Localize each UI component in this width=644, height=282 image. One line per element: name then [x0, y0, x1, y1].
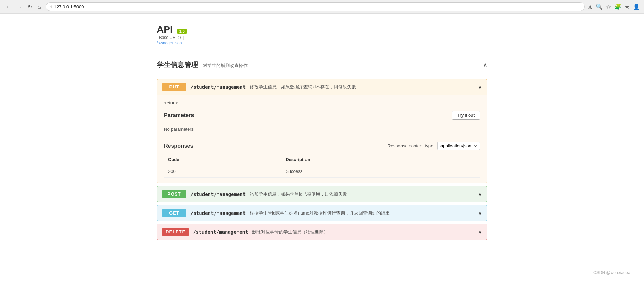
- responses-title: Responses: [164, 143, 193, 149]
- zoom-icon[interactable]: 🔍: [596, 3, 603, 10]
- api-title: API: [157, 24, 173, 35]
- endpoint-post-header-left: POST /student/management 添加学生信息，如果学号id已被…: [162, 190, 478, 198]
- post-path: /student/management: [190, 191, 246, 197]
- delete-path: /student/management: [193, 229, 248, 235]
- post-summary: 添加学生信息，如果学号id已被使用，则添加失败: [250, 191, 347, 197]
- endpoint-delete: DELETE /student/management 删除对应学号的学生信息（物…: [157, 224, 487, 240]
- endpoint-put: PUT /student/management 修改学生信息，如果数据库查询id…: [157, 79, 487, 183]
- get-path: /student/management: [190, 210, 246, 216]
- delete-summary: 删除对应学号的学生信息（物理删除）: [252, 229, 328, 235]
- address-icon: ℹ: [50, 4, 52, 9]
- favorites-icon[interactable]: ☆: [606, 3, 611, 10]
- responses-section: Responses Response content type applicat…: [164, 142, 480, 178]
- footer: CSDN @wenxiaoba: [586, 267, 637, 279]
- swagger-link[interactable]: /swagger.json: [157, 41, 182, 45]
- base-url: [ Base URL: / ]: [157, 35, 187, 40]
- collections-icon[interactable]: ★: [625, 3, 630, 10]
- back-button[interactable]: ←: [4, 3, 12, 11]
- post-method-badge: POST: [162, 190, 186, 198]
- browser-actions: 𝐀 🔍 ☆ 🧩 ★ 👤: [588, 3, 640, 10]
- parameters-header: Parameters Try it out: [164, 111, 480, 120]
- put-path: /student/management: [190, 84, 246, 90]
- responses-table-header-row: Code Description: [164, 154, 480, 165]
- put-summary: 修改学生信息，如果数据库查询id不存在，则修改失败: [250, 84, 356, 90]
- read-mode-icon[interactable]: 𝐀: [588, 4, 592, 10]
- section-title: 学生信息管理: [157, 61, 198, 69]
- endpoint-put-header[interactable]: PUT /student/management 修改学生信息，如果数据库查询id…: [157, 79, 487, 95]
- section-title-group: 学生信息管理 对学生的增删改查操作: [157, 60, 248, 70]
- delete-method-badge: DELETE: [162, 228, 189, 236]
- get-method-badge: GET: [162, 209, 186, 217]
- refresh-button[interactable]: ↻: [26, 3, 33, 11]
- endpoint-delete-header-left: DELETE /student/management 删除对应学号的学生信息（物…: [162, 228, 478, 236]
- section-collapse-icon[interactable]: ∧: [483, 61, 487, 69]
- try-it-out-button[interactable]: Try it out: [452, 111, 480, 120]
- endpoint-get-header-left: GET /student/management 根据学生号id或学生姓名name…: [162, 209, 478, 217]
- responses-header: Responses Response content type applicat…: [164, 142, 480, 150]
- endpoint-get-header[interactable]: GET /student/management 根据学生号id或学生姓名name…: [157, 205, 487, 221]
- page-content: API 1.0 [ Base URL: / ] /swagger.json 学生…: [0, 14, 644, 282]
- endpoint-post-header[interactable]: POST /student/management 添加学生信息，如果学号id已被…: [157, 186, 487, 202]
- put-return-text: :return:: [164, 100, 480, 105]
- swagger-container: API 1.0 [ Base URL: / ] /swagger.json 学生…: [150, 24, 494, 240]
- table-row: 200 Success: [164, 165, 480, 178]
- post-chevron-icon[interactable]: ∨: [478, 191, 482, 197]
- put-chevron-icon[interactable]: ∧: [478, 84, 482, 90]
- extensions-icon[interactable]: 🧩: [614, 3, 621, 10]
- browser-bar: ← → ↻ ⌂ ℹ 127.0.0.1:5000 𝐀 🔍 ☆ 🧩 ★ 👤: [0, 0, 644, 14]
- api-header-row: API 1.0: [157, 24, 187, 35]
- profile-icon[interactable]: 👤: [633, 3, 640, 10]
- endpoint-get: GET /student/management 根据学生号id或学生姓名name…: [157, 205, 487, 221]
- endpoint-put-expanded: :return: Parameters Try it out No parame…: [157, 95, 487, 183]
- section-header: 学生信息管理 对学生的增删改查操作 ∧: [157, 56, 487, 74]
- home-button[interactable]: ⌂: [36, 3, 42, 11]
- api-header: API 1.0 [ Base URL: / ] /swagger.json: [157, 24, 487, 45]
- content-type-select[interactable]: application/json: [437, 142, 480, 150]
- response-description: Success: [281, 165, 480, 178]
- description-header: Description: [281, 154, 480, 165]
- delete-chevron-icon[interactable]: ∨: [478, 229, 482, 235]
- endpoint-delete-header[interactable]: DELETE /student/management 删除对应学号的学生信息（物…: [157, 224, 487, 240]
- code-header: Code: [164, 154, 281, 165]
- put-method-badge: PUT: [162, 83, 186, 91]
- parameters-section: Parameters Try it out No parameters: [164, 111, 480, 135]
- endpoint-post: POST /student/management 添加学生信息，如果学号id已被…: [157, 186, 487, 202]
- section-desc: 对学生的增删改查操作: [203, 63, 248, 68]
- api-version-badge: 1.0: [177, 29, 187, 34]
- parameters-title: Parameters: [164, 112, 194, 118]
- content-type-label: Response content type: [387, 143, 433, 148]
- address-bar[interactable]: ℹ 127.0.0.1:5000: [46, 2, 585, 11]
- forward-button[interactable]: →: [15, 3, 23, 11]
- address-text: 127.0.0.1:5000: [54, 4, 84, 9]
- browser-controls: ← → ↻ ⌂: [4, 3, 42, 11]
- no-parameters-text: No parameters: [164, 124, 480, 135]
- get-chevron-icon[interactable]: ∨: [478, 210, 482, 216]
- api-title-group: API 1.0 [ Base URL: / ] /swagger.json: [157, 24, 187, 45]
- get-summary: 根据学生号id或学生姓名name对数据库进行查询，并返回查询到的结果: [250, 210, 390, 216]
- response-code: 200: [164, 165, 281, 178]
- endpoint-put-header-left: PUT /student/management 修改学生信息，如果数据库查询id…: [162, 83, 478, 91]
- content-type-group: Response content type application/json: [387, 142, 480, 150]
- responses-table: Code Description 200 Success: [164, 154, 480, 178]
